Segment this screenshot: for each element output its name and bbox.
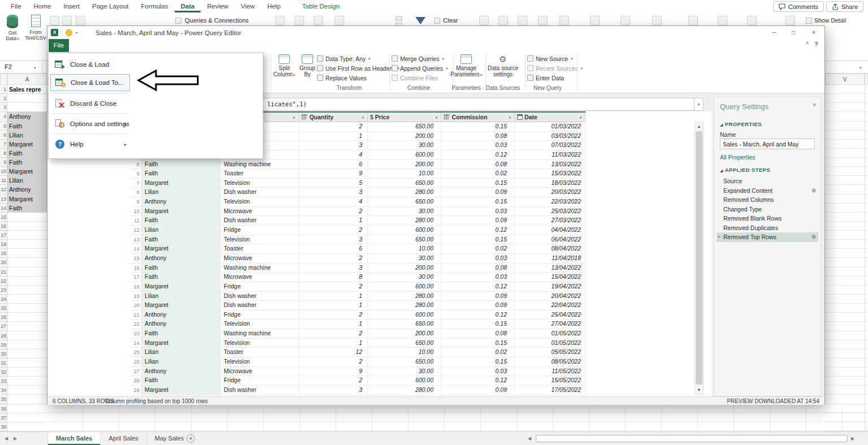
cell[interactable]: Faith [142, 235, 221, 245]
cell[interactable]: 17 [129, 273, 142, 282]
scrollbar-thumb[interactable] [696, 131, 702, 384]
cell[interactable]: Fridge [221, 376, 299, 386]
cell[interactable]: 30.00 [368, 141, 441, 150]
cell[interactable]: 22/04/2022 [515, 301, 585, 310]
row-header-6[interactable]: 6 [0, 131, 6, 140]
cell[interactable]: Microwave [221, 207, 299, 217]
cell[interactable]: 0.09 [441, 386, 515, 395]
filter-icon[interactable]: ▾ [578, 114, 584, 120]
ribbon-icon[interactable] [785, 16, 795, 25]
cell-A4[interactable]: Anthony [7, 112, 47, 121]
cell-A9[interactable]: Faith [7, 158, 47, 167]
share-button[interactable]: Share [826, 1, 863, 12]
cell[interactable]: 280.00 [368, 292, 441, 301]
column-header-price[interactable]: $Price▾ [368, 113, 441, 122]
cell[interactable]: Margaret [142, 244, 221, 254]
cell[interactable]: 600.00 [368, 226, 441, 235]
cell[interactable]: 4 [299, 150, 368, 160]
cell[interactable]: 2 [299, 207, 368, 217]
row-header-18[interactable]: 18 [0, 240, 6, 249]
menu-item-discard-close[interactable]: Discard & Close [50, 95, 130, 112]
row-header-33[interactable]: 33 [0, 377, 6, 386]
scroll-up-icon[interactable]: ▲ [695, 122, 703, 131]
cell[interactable]: 280.00 [368, 386, 441, 395]
cell[interactable]: 1 [299, 132, 368, 141]
cell[interactable]: Faith [142, 263, 221, 273]
ribbon-tab-formulas[interactable]: Formulas [135, 0, 175, 12]
menu-item-options-and-settings[interactable]: Options and settings▸ [50, 115, 130, 132]
cell-A5[interactable]: Faith [7, 122, 47, 131]
cell[interactable]: 0.08 [441, 132, 515, 141]
cell[interactable]: 25/03/2022 [515, 207, 585, 217]
row-header-14[interactable]: 14 [0, 204, 6, 213]
cell[interactable]: 0.12 [441, 282, 515, 292]
cell[interactable]: Faith [142, 169, 221, 179]
cell[interactable]: 11 [129, 216, 142, 226]
close-button[interactable]: × [804, 26, 823, 39]
row-header-19[interactable]: 19 [0, 249, 6, 258]
cell[interactable]: Microwave [221, 254, 299, 263]
ribbon-collapse-icon[interactable]: ^ [806, 41, 809, 47]
cell[interactable]: Anthony [142, 310, 221, 320]
cell[interactable]: 28 [129, 376, 142, 386]
horizontal-scrollbar-thumb[interactable] [536, 435, 848, 442]
ribbon-icon[interactable] [275, 16, 285, 25]
filter-icon[interactable]: ▾ [507, 114, 513, 120]
cell[interactable]: 13/04/2022 [515, 263, 585, 273]
cell[interactable]: 280.00 [368, 188, 441, 197]
cell[interactable]: Dish washer [221, 188, 299, 197]
cell[interactable]: 9 [129, 197, 142, 207]
cell[interactable]: Microwave [221, 367, 299, 377]
cell[interactable]: 10 [129, 207, 142, 217]
cell[interactable]: 15/03/2022 [515, 169, 585, 179]
cell[interactable]: 1 [299, 301, 368, 310]
cell[interactable]: Lilian [142, 188, 221, 197]
name-box[interactable]: F2 [5, 63, 12, 70]
cell[interactable]: 27/03/2022 [515, 216, 585, 226]
sheet-tab-may-sales[interactable]: May Sales [147, 433, 192, 445]
cell[interactable]: Faith [142, 376, 221, 386]
cell[interactable]: 7 [129, 179, 142, 188]
cell[interactable]: Toaster [221, 169, 299, 179]
cell[interactable]: 27 [129, 367, 142, 377]
row-header-23[interactable]: 23 [0, 286, 6, 295]
cell[interactable]: 1 [299, 319, 368, 329]
data-source-settings-button[interactable]: ⚙ Data sourcesettings [487, 53, 519, 77]
cell[interactable]: Lilian [142, 357, 221, 367]
row-header-7[interactable]: 7 [0, 140, 6, 149]
cell[interactable]: 3 [299, 188, 368, 197]
ribbon-tab-file[interactable]: File [5, 0, 28, 12]
sheet-nav-right-icon[interactable]: ▶ [14, 436, 17, 441]
cell[interactable]: 12 [129, 226, 142, 235]
cell[interactable]: 29 [129, 386, 142, 395]
cell[interactable]: Washing machine [221, 329, 299, 339]
column-header-quantity[interactable]: ABC123Quantity▾ [299, 113, 368, 122]
cell[interactable]: 26 [129, 357, 142, 367]
cell[interactable]: 25/04/2022 [515, 310, 585, 320]
data-type-button[interactable]: Data Type: Any▾ [317, 54, 400, 63]
cell[interactable]: 0.15 [441, 197, 515, 207]
cell[interactable]: 08/05/2022 [515, 357, 585, 367]
cell[interactable]: Faith [142, 160, 221, 170]
cell[interactable]: 11/04/2018 [515, 254, 585, 263]
cell[interactable]: 10.00 [368, 348, 441, 357]
cell[interactable]: 8 [299, 273, 368, 282]
cell-A11[interactable]: Lilian [7, 176, 47, 185]
cell[interactable]: 1 [299, 339, 368, 348]
row-header-30[interactable]: 30 [0, 349, 6, 358]
cell[interactable]: Television [221, 319, 299, 329]
help-icon[interactable]: ? [814, 41, 818, 47]
menu-item-close-load[interactable]: Close & Load [50, 56, 130, 73]
row-header-27[interactable]: 27 [0, 322, 6, 331]
ribbon-icon[interactable] [538, 16, 548, 25]
cell[interactable]: 0.12 [441, 226, 515, 235]
cell[interactable]: 25 [129, 348, 142, 357]
cell[interactable]: Dish washer [221, 301, 299, 310]
cell[interactable]: 18/03/2022 [515, 179, 585, 188]
cell[interactable]: Anthony [142, 319, 221, 329]
cell[interactable]: 0.03 [441, 273, 515, 282]
ribbon-icon[interactable] [314, 16, 323, 25]
ribbon-icon[interactable] [50, 16, 59, 25]
ribbon-tab-data[interactable]: Data [175, 0, 201, 12]
ribbon-tab-home[interactable]: Home [28, 0, 58, 12]
